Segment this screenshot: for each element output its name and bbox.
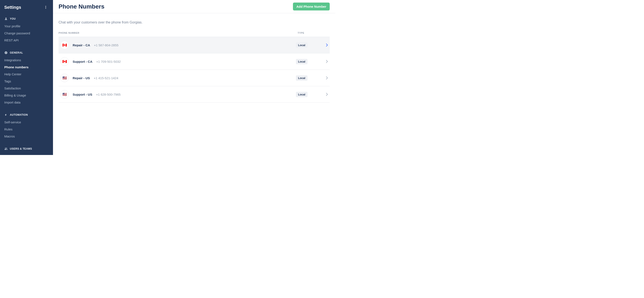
type-chip: Local <box>296 59 308 64</box>
phone-row-left: 🇨🇦 Support - CA +1 709-501-5032 <box>60 57 296 66</box>
phone-row[interactable]: 🇺🇸 Support - US +1 628-500-7965 Local <box>58 86 330 103</box>
country-flag: 🇨🇦 <box>60 41 69 49</box>
phone-row-number: +1 628-500-7965 <box>96 93 121 96</box>
page-subtitle: Chat with your customers over the phone … <box>58 20 330 24</box>
phone-row-label: Support - CA <box>73 60 92 63</box>
type-chip: Local <box>296 75 308 81</box>
sidebar-item-billing-usage[interactable]: Billing & Usage <box>4 92 49 99</box>
chevron-right-icon <box>320 76 328 79</box>
sidebar-item-satisfaction[interactable]: Satisfaction <box>4 85 49 92</box>
sidebar-item-rules[interactable]: Rules <box>4 126 49 133</box>
page-title: Phone Numbers <box>58 3 104 10</box>
phone-row[interactable]: 🇨🇦 Repair - CA +1 587-804-2855 Local <box>58 37 330 53</box>
phone-row-title-wrap: Repair - CA +1 587-804-2855 <box>73 43 118 47</box>
svg-point-2 <box>46 8 46 9</box>
kebab-icon <box>44 5 48 9</box>
phone-row-type: Local <box>296 75 320 81</box>
kebab-menu-button[interactable] <box>43 4 49 10</box>
sidebar-item-change-password[interactable]: Change password <box>4 30 49 37</box>
phone-row[interactable]: 🇺🇸 Repair - US +1 415-521-1424 Local <box>58 70 330 86</box>
sidebar-section-automation: AUTOMATION Self-service Rules Macros <box>0 109 53 143</box>
main: Phone Numbers Add Phone Number Chat with… <box>53 0 335 155</box>
section-header: GENERAL <box>4 48 49 56</box>
phone-row-number: +1 587-804-2855 <box>94 43 118 47</box>
sidebar-section-users-teams: USERS & TEAMS Users Teams <box>0 143 53 155</box>
section-header: USERS & TEAMS <box>4 144 49 153</box>
sidebar-header: Settings <box>0 0 53 14</box>
sidebar-item-self-service[interactable]: Self-service <box>4 119 49 126</box>
phone-row-title-wrap: Support - US +1 628-500-7965 <box>73 93 120 96</box>
section-label: AUTOMATION <box>10 113 28 116</box>
phone-row-left: 🇨🇦 Repair - CA +1 587-804-2855 <box>60 41 296 49</box>
section-label: YOU <box>10 17 16 20</box>
sidebar-item-help-center[interactable]: Help Center <box>4 71 49 78</box>
phone-row-left: 🇺🇸 Repair - US +1 415-521-1424 <box>60 74 296 82</box>
sidebar: Settings YOU Your profile Change passwor… <box>0 0 53 155</box>
page-header: Phone Numbers Add Phone Number <box>53 0 335 13</box>
country-flag: 🇺🇸 <box>60 90 69 99</box>
section-header: AUTOMATION <box>4 110 49 119</box>
gear-icon <box>4 51 8 54</box>
sidebar-item-import-data[interactable]: Import data <box>4 99 49 106</box>
phone-row-label: Repair - CA <box>73 43 90 47</box>
phone-row-title-wrap: Support - CA +1 709-501-5032 <box>73 60 121 63</box>
sidebar-item-your-profile[interactable]: Your profile <box>4 23 49 30</box>
phone-row-number: +1 709-501-5032 <box>96 60 121 63</box>
phone-row-title-wrap: Repair - US +1 415-521-1424 <box>73 76 118 80</box>
sidebar-item-users[interactable]: Users <box>4 153 49 155</box>
people-icon <box>4 147 8 150</box>
column-header-type: TYPE <box>298 31 321 34</box>
add-phone-number-button[interactable]: Add Phone Number <box>293 2 330 10</box>
sidebar-item-tags[interactable]: Tags <box>4 78 49 85</box>
sidebar-item-phone-numbers[interactable]: Phone numbers <box>4 64 49 71</box>
sidebar-section-you: YOU Your profile Change password REST AP… <box>0 14 53 47</box>
content: Chat with your customers over the phone … <box>53 13 335 106</box>
section-label: USERS & TEAMS <box>10 147 32 150</box>
phone-row-left: 🇺🇸 Support - US +1 628-500-7965 <box>60 90 296 99</box>
type-chip: Local <box>296 92 308 97</box>
phone-row-label: Repair - US <box>73 76 90 80</box>
phone-row[interactable]: 🇨🇦 Support - CA +1 709-501-5032 Local <box>58 53 330 70</box>
section-label: GENERAL <box>10 51 23 54</box>
sidebar-section-general: GENERAL Integrations Phone numbers Help … <box>0 47 53 109</box>
list-header: PHONE NUMBER TYPE <box>58 30 330 37</box>
chevron-right-icon <box>320 43 328 46</box>
country-flag: 🇺🇸 <box>60 74 69 82</box>
sidebar-item-macros[interactable]: Macros <box>4 133 49 140</box>
phone-row-type: Local <box>296 42 320 48</box>
phone-row-number: +1 415-521-1424 <box>94 76 118 80</box>
svg-point-0 <box>46 6 46 6</box>
country-flag: 🇨🇦 <box>60 57 69 66</box>
section-header: YOU <box>4 14 49 23</box>
phone-row-type: Local <box>296 92 320 97</box>
app: Settings YOU Your profile Change passwor… <box>0 0 335 155</box>
bolt-icon <box>4 113 8 117</box>
chevron-right-icon <box>320 93 328 96</box>
phone-row-type: Local <box>296 59 320 64</box>
sidebar-title: Settings <box>4 5 21 10</box>
sidebar-item-integrations[interactable]: Integrations <box>4 56 49 64</box>
person-icon <box>4 17 8 20</box>
type-chip: Local <box>296 42 308 48</box>
svg-point-1 <box>46 7 46 8</box>
phone-row-label: Support - US <box>73 93 92 96</box>
chevron-right-icon <box>320 60 328 63</box>
column-header-phone: PHONE NUMBER <box>58 31 298 34</box>
sidebar-item-rest-api[interactable]: REST API <box>4 37 49 44</box>
